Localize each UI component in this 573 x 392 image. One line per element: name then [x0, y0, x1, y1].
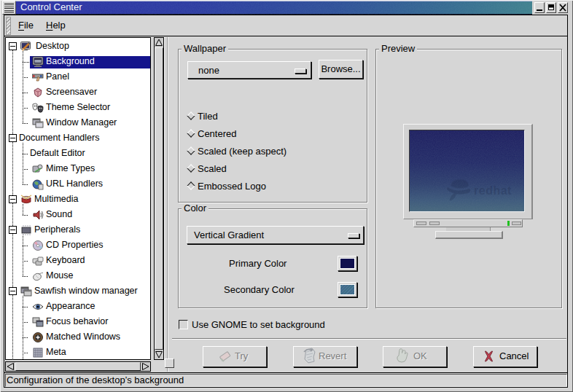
- svg-text:redhat: redhat: [474, 184, 512, 197]
